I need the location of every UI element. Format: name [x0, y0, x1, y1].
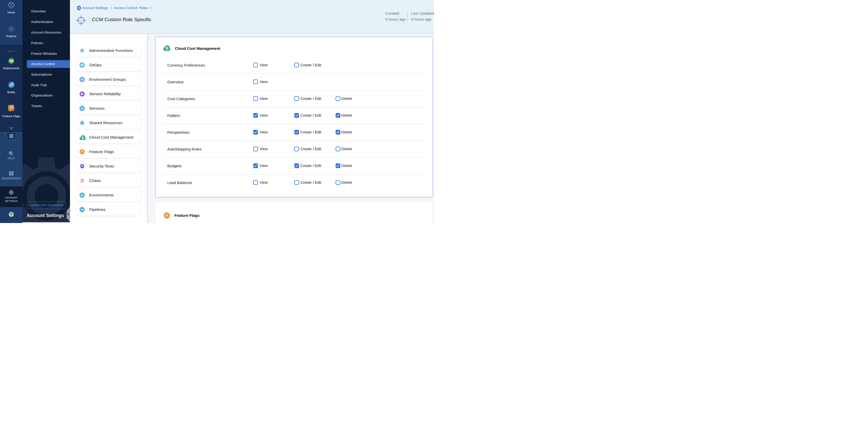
svg-text:?: ?	[10, 152, 11, 154]
svg-text:$: $	[82, 136, 84, 140]
svg-text:$: $	[165, 46, 167, 50]
